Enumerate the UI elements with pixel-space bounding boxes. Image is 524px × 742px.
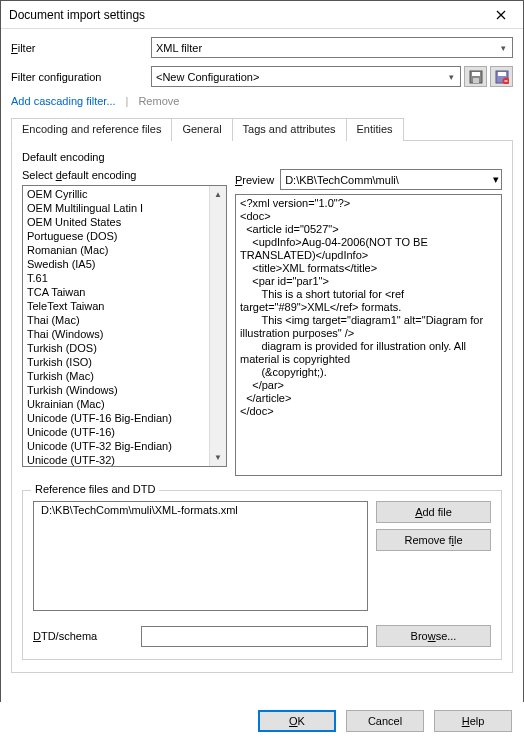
tab-tags[interactable]: Tags and attributes bbox=[232, 118, 347, 141]
ok-button[interactable]: OK bbox=[258, 710, 336, 732]
titlebar: Document import settings bbox=[1, 1, 523, 29]
filter-config-label: Filter configuration bbox=[11, 71, 151, 83]
list-item[interactable]: Swedish (IA5) bbox=[23, 257, 209, 271]
chevron-down-icon: ▾ bbox=[493, 173, 499, 186]
scrollbar[interactable]: ▲ ▼ bbox=[209, 186, 226, 466]
reference-group-label: Reference files and DTD bbox=[31, 483, 159, 495]
tabs: Encoding and reference files General Tag… bbox=[11, 117, 513, 141]
list-item[interactable]: Turkish (DOS) bbox=[23, 341, 209, 355]
select-encoding-label: Select default encoding bbox=[22, 169, 227, 181]
list-item[interactable]: OEM United States bbox=[23, 215, 209, 229]
help-button[interactable]: Help bbox=[434, 710, 512, 732]
list-item[interactable]: Ukrainian (Mac) bbox=[23, 397, 209, 411]
svg-rect-2 bbox=[473, 78, 479, 83]
delete-config-button[interactable] bbox=[490, 66, 513, 87]
list-item[interactable]: Thai (Mac) bbox=[23, 313, 209, 327]
remove-filter-link: Remove bbox=[138, 95, 179, 107]
separator: | bbox=[126, 95, 129, 107]
scroll-down-icon[interactable]: ▼ bbox=[210, 449, 226, 466]
chevron-down-icon: ▾ bbox=[444, 72, 458, 82]
list-item[interactable]: Portuguese (DOS) bbox=[23, 229, 209, 243]
save-config-button[interactable] bbox=[464, 66, 487, 87]
tab-encoding[interactable]: Encoding and reference files bbox=[11, 118, 172, 141]
list-item[interactable]: Turkish (Windows) bbox=[23, 383, 209, 397]
add-cascading-filter-link[interactable]: Add cascading filter... bbox=[11, 95, 116, 107]
cancel-button[interactable]: Cancel bbox=[346, 710, 424, 732]
list-item[interactable]: Unicode (UTF-16) bbox=[23, 425, 209, 439]
encoding-group-label: Default encoding bbox=[22, 151, 502, 163]
dtd-schema-label: DTD/schema bbox=[33, 630, 133, 642]
list-item[interactable]: OEM Multilingual Latin I bbox=[23, 201, 209, 215]
close-icon bbox=[496, 10, 506, 20]
browse-button[interactable]: Browse... bbox=[376, 625, 491, 647]
list-item[interactable]: T.61 bbox=[23, 271, 209, 285]
list-item[interactable]: TeleText Taiwan bbox=[23, 299, 209, 313]
close-button[interactable] bbox=[481, 2, 521, 28]
list-item[interactable]: Turkish (Mac) bbox=[23, 369, 209, 383]
list-item[interactable]: Unicode (UTF-32 Big-Endian) bbox=[23, 439, 209, 453]
filter-config-select[interactable]: <New Configuration> ▾ bbox=[151, 66, 461, 87]
remove-file-button[interactable]: Remove file bbox=[376, 529, 491, 551]
floppy-icon bbox=[469, 70, 483, 84]
preview-box: <?xml version="1.0"?> <doc> <article id=… bbox=[235, 194, 502, 476]
filter-label: Filter bbox=[11, 42, 151, 54]
preview-path-select[interactable]: D:\KB\TechComm\muli\ ▾ bbox=[280, 169, 502, 190]
chevron-down-icon: ▾ bbox=[496, 43, 510, 53]
filter-select[interactable]: XML filter ▾ bbox=[151, 37, 513, 58]
list-item[interactable]: Unicode (UTF-32) bbox=[23, 453, 209, 466]
dialog-footer: OK Cancel Help bbox=[0, 702, 524, 742]
list-item[interactable]: Romanian (Mac) bbox=[23, 243, 209, 257]
window-title: Document import settings bbox=[9, 8, 145, 22]
tab-entities[interactable]: Entities bbox=[346, 118, 404, 141]
preview-label: Preview bbox=[235, 174, 274, 186]
list-item[interactable]: OEM Cyrillic bbox=[23, 187, 209, 201]
floppy-delete-icon bbox=[495, 70, 509, 84]
encoding-listbox[interactable]: OEM CyrillicOEM Multilingual Latin IOEM … bbox=[22, 185, 227, 467]
list-item[interactable]: D:\KB\TechComm\muli\XML-formats.xml bbox=[37, 503, 364, 517]
scroll-up-icon[interactable]: ▲ bbox=[210, 186, 226, 203]
preview-path-value: D:\KB\TechComm\muli\ bbox=[285, 174, 399, 186]
list-item[interactable]: TCA Taiwan bbox=[23, 285, 209, 299]
add-file-button[interactable]: Add file bbox=[376, 501, 491, 523]
list-item[interactable]: Thai (Windows) bbox=[23, 327, 209, 341]
svg-rect-4 bbox=[498, 72, 506, 76]
svg-rect-1 bbox=[472, 72, 480, 76]
filter-config-value: <New Configuration> bbox=[156, 71, 259, 83]
dtd-schema-field[interactable] bbox=[141, 626, 368, 647]
list-item[interactable]: Turkish (ISO) bbox=[23, 355, 209, 369]
tab-general[interactable]: General bbox=[171, 118, 232, 141]
list-item[interactable]: Unicode (UTF-16 Big-Endian) bbox=[23, 411, 209, 425]
filter-value: XML filter bbox=[156, 42, 202, 54]
reference-group: Reference files and DTD D:\KB\TechComm\m… bbox=[22, 490, 502, 660]
tab-pane: Default encoding Select default encoding… bbox=[11, 141, 513, 673]
reference-files-list[interactable]: D:\KB\TechComm\muli\XML-formats.xml bbox=[33, 501, 368, 611]
